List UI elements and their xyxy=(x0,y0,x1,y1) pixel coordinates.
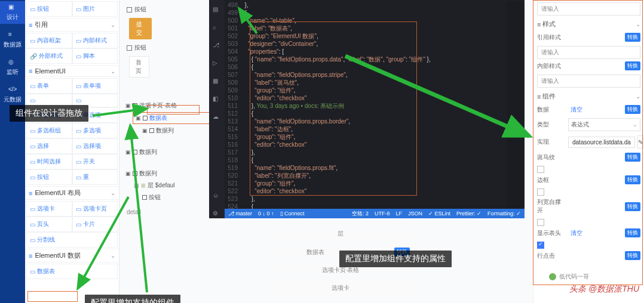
showheader-row: 显示表头清空转换 xyxy=(537,228,640,237)
palette-checkbox[interactable]: ▭多选项 xyxy=(72,123,118,138)
convert-tag[interactable]: 转换 xyxy=(625,105,640,114)
remote-icon[interactable]: ☁ xyxy=(213,113,221,122)
callout-add-comp: 配置里增加支持的组件 xyxy=(85,295,180,303)
palette-section-data[interactable]: ≡ElementUI 数据⌄ xyxy=(25,249,119,262)
palette-switch[interactable]: ▭开关 xyxy=(72,154,118,169)
palette-script[interactable]: ▭脚本 xyxy=(72,48,118,64)
palette-tabs[interactable]: ▭选项卡 xyxy=(26,201,72,217)
convert-tag[interactable]: 转换 xyxy=(625,228,640,237)
rail-datasource[interactable]: ≡数据源 xyxy=(4,29,22,51)
ref-style-input[interactable]: 请输入 xyxy=(537,46,640,59)
stripe-row: 斑马纹转换 xyxy=(537,153,640,162)
debug-icon[interactable]: ▷ xyxy=(213,60,221,68)
edit-icon[interactable]: ✎ xyxy=(637,135,643,149)
branch-indicator[interactable]: ⎇ master xyxy=(228,211,252,217)
git-icon[interactable]: ⎇ xyxy=(213,42,221,50)
convert-tag[interactable]: 转换 xyxy=(625,251,640,260)
top-input[interactable]: 请输入 xyxy=(537,2,640,16)
rail-meta[interactable]: </>元数据 xyxy=(4,84,22,106)
palette-form-item[interactable]: ▭表单项 xyxy=(72,78,118,94)
docker-icon[interactable]: ◧ xyxy=(213,95,221,104)
palette-divider[interactable]: ▭分割线 xyxy=(26,232,118,248)
palette-image[interactable]: ▭图片 xyxy=(72,1,118,17)
comp-section-head[interactable]: ≡ 组件⌄ xyxy=(537,90,640,103)
palette-reset[interactable]: ▭重 xyxy=(72,169,118,185)
left-rail: ▣设计 ≡数据源 ◎监听 </>元数据 xyxy=(0,0,25,303)
style-section-head[interactable]: ≡ 样式⌄ xyxy=(537,18,640,30)
inner-style-input[interactable]: 请输入 xyxy=(537,75,640,88)
showheader-checkbox[interactable] xyxy=(537,242,544,249)
connect-indicator[interactable]: ▯ Connect xyxy=(280,211,305,217)
palette-section-layout[interactable]: ≡ElementUI 布局⌄ xyxy=(25,186,119,200)
type-select[interactable]: 表达式⌄ xyxy=(568,118,640,131)
code-lines[interactable]: 4984995005015025035045055065075085095105… xyxy=(225,0,525,209)
border-checkbox[interactable] xyxy=(537,188,544,196)
palette-select[interactable]: ▭选择 xyxy=(26,138,72,154)
eol-indicator[interactable]: LF xyxy=(395,211,402,217)
palette-option[interactable]: ▭选择项 xyxy=(72,138,118,154)
convert-tag[interactable]: 转换 xyxy=(625,175,640,184)
palette-data-table[interactable]: ▭数据表 xyxy=(26,264,118,279)
palette-section-ref[interactable]: ≡引用⌄ xyxy=(25,18,119,32)
palette-section-elementui[interactable]: ≡ElementUI⌄ xyxy=(25,65,119,77)
chevron-down-icon: ⌄ xyxy=(111,68,115,75)
code-editor: ▤ ⌕ ⎇ ▷ ▦ ◧ ☁ ☺ ⚙ 4984995005015025035045… xyxy=(209,0,525,218)
brow-tab[interactable]: 选项卡 xyxy=(266,281,415,295)
convert-tag[interactable]: 转换 xyxy=(625,61,640,70)
palette-inner-style[interactable]: ▭内部样式 xyxy=(72,33,118,48)
palette-button-el[interactable]: ▭按钮 xyxy=(26,169,72,185)
palette-button[interactable]: ▭按钮 xyxy=(26,1,72,17)
clear-link[interactable]: 清空 xyxy=(571,229,582,237)
prettier-indicator[interactable]: Prettier: ✓ xyxy=(456,211,482,217)
impl-row: 实现 datasource.listdata.da ✎ xyxy=(537,135,640,149)
chevron-down-icon: ⌄ xyxy=(111,21,115,28)
chevron-down-icon: ⌄ xyxy=(111,190,115,196)
gear-icon[interactable]: ⚙ xyxy=(213,210,221,218)
fit-row: 列宽自撑开转换 xyxy=(537,198,640,215)
palette-tab-page[interactable]: ▭选项卡页 xyxy=(72,201,118,217)
watermark: 头条 @数据派THU xyxy=(569,284,639,295)
callout-add-props: 配置里增加组件支持的属性 xyxy=(339,251,452,267)
component-palette: ▭按钮 ▭图片 ≡引用⌄ ▭内容框架 ▭内部样式 🔗外部样式 ▭脚本 ≡Elem… xyxy=(25,0,119,303)
palette-content-frame[interactable]: ▭内容框架 xyxy=(26,33,72,48)
clear-link[interactable]: 清空 xyxy=(571,106,582,114)
palette-form[interactable]: ▭表单 xyxy=(26,78,72,94)
rail-design[interactable]: ▣设计 xyxy=(0,1,25,24)
sync-indicator[interactable]: 0 ↓ 0 ↑ xyxy=(258,211,274,217)
border-row: 边框转换 xyxy=(537,175,640,184)
convert-tag[interactable]: 转换 xyxy=(625,153,640,162)
palette-header[interactable]: ▭页头 xyxy=(26,217,72,232)
search-icon[interactable]: ⌕ xyxy=(213,24,221,32)
submit-button[interactable]: 提交 xyxy=(129,18,152,39)
spaces-indicator[interactable]: 空格: 2 xyxy=(352,210,369,218)
chevron-down-icon: ⌄ xyxy=(111,252,115,259)
minimap[interactable] xyxy=(507,1,525,209)
account-icon[interactable]: ☺ xyxy=(213,192,221,200)
palette-checkbox-group[interactable]: ▭多选框组 xyxy=(26,123,72,138)
lang-indicator[interactable]: JSON xyxy=(408,211,422,217)
brow-layer[interactable]: 层 xyxy=(266,227,415,241)
convert-tag[interactable]: 转换 xyxy=(625,202,640,211)
home-button[interactable]: 首页 xyxy=(129,56,149,78)
palette-time-picker[interactable]: ▭时间选择 xyxy=(26,154,72,169)
palette-outer-style[interactable]: 🔗外部样式 xyxy=(26,48,72,64)
eslint-indicator[interactable]: ✓ ESLint xyxy=(428,211,450,217)
formatting-indicator[interactable]: Formatting: ✓ xyxy=(487,211,521,217)
ext-icon[interactable]: ▦ xyxy=(213,78,221,86)
files-icon[interactable]: ▤ xyxy=(213,6,221,14)
status-bar: ⎇ master 0 ↓ 0 ↑ ▯ Connect 空格: 2 UTF-8 L… xyxy=(225,209,525,218)
data-row: 数据清空转换 xyxy=(537,105,640,114)
inner-style-row: 内部样式转换 xyxy=(537,61,640,70)
stripe-checkbox[interactable] xyxy=(537,166,544,173)
enc-indicator[interactable]: UTF-8 xyxy=(375,211,390,217)
fit-checkbox[interactable] xyxy=(537,219,544,226)
convert-tag[interactable]: 转换 xyxy=(625,33,640,42)
watermark-sub: 低代码一哥 xyxy=(548,272,589,282)
rowclick-row: 行点击转换 xyxy=(537,251,640,260)
impl-input[interactable]: datasource.listdata.da xyxy=(568,137,635,148)
rail-monitor[interactable]: ◎监听 xyxy=(7,56,19,79)
properties-panel: 请输入 ≡ 样式⌄ 引用样式转换 请输入 内部样式转换 请输入 ≡ 组件⌄ 数据… xyxy=(533,0,644,303)
editor-activity-bar: ▤ ⌕ ⎇ ▷ ▦ ◧ ☁ ☺ ⚙ xyxy=(209,0,225,218)
ref-style-row: 引用样式转换 xyxy=(537,33,640,42)
palette-card[interactable]: ▭卡片 xyxy=(72,217,118,232)
